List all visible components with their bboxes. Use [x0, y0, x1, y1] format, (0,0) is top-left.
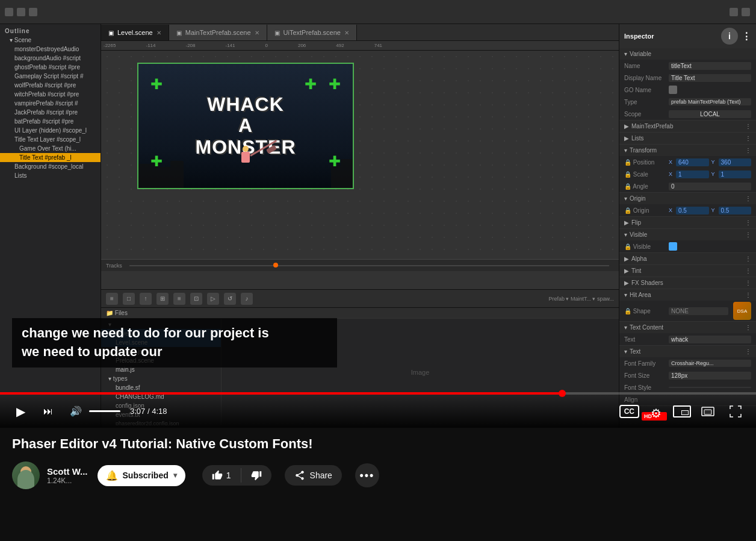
settings-area[interactable]: CC	[619, 405, 639, 418]
ide-ruler: -2265 -114 -208 -141 0 206 492 741	[101, 41, 619, 51]
scene-tool-9[interactable]: ♪	[241, 293, 253, 305]
maintext-prefab-label: MainTextPrefab	[631, 123, 673, 130]
like-button[interactable]: 1	[202, 465, 241, 486]
prop-value-pos-y[interactable]: 360	[719, 158, 751, 166]
prop-row-font-style: Font Style	[619, 381, 756, 393]
sidebar-item-scene: ▾ Scene	[0, 36, 101, 45]
prop-value-pos-x[interactable]: 640	[676, 158, 708, 166]
maintext-more[interactable]: ⋮	[745, 123, 751, 130]
video-player[interactable]: Outline ▾ Scene monsterDestroyedAudio ba…	[0, 0, 756, 428]
tab-level-label: Level.scene	[117, 29, 153, 36]
prop-label-go-name: GO Name	[624, 87, 666, 93]
theater-mode-button[interactable]	[697, 401, 719, 422]
scene-tool-6[interactable]: ⊡	[190, 293, 202, 305]
prop-value-angle[interactable]: 0	[669, 183, 751, 190]
dislike-button[interactable]	[241, 465, 271, 486]
sidebar-item-lists: Lists	[0, 171, 101, 180]
prop-value-name[interactable]: titleText	[669, 62, 751, 70]
origin-more[interactable]: ⋮	[745, 195, 751, 202]
like-dislike-group[interactable]: 1	[202, 465, 271, 486]
theater-icon	[701, 407, 714, 416]
channel-avatar[interactable]	[12, 461, 40, 489]
prop-group-textcontent: ▾Text Content⋮ Text whack	[619, 322, 756, 346]
fullscreen-button[interactable]	[725, 401, 746, 422]
subscribe-button[interactable]: 🔔 Subscribed ▾	[98, 465, 185, 486]
like-icon	[212, 470, 223, 481]
prop-value-font-size[interactable]: 128px	[669, 372, 751, 380]
prop-row-visible: 🔒 Visible	[619, 240, 756, 252]
lists-more[interactable]: ⋮	[745, 135, 751, 142]
volume-icon[interactable]: 🔊	[65, 401, 87, 422]
ide-tab-bar[interactable]: ▣ Level.scene ✕ ▣ MainTextPrefab.scene ✕…	[101, 24, 619, 41]
scene-tool-1[interactable]: ≡	[106, 293, 118, 305]
dislike-icon	[251, 470, 262, 481]
scene-tool-3[interactable]: ↑	[140, 293, 152, 305]
prop-go-name-checkbox[interactable]	[669, 86, 677, 94]
prop-value-type[interactable]: prefab MainTextPrefab (Text)	[669, 98, 751, 105]
pip-inner	[681, 410, 689, 415]
scene-tool-8[interactable]: ↺	[224, 293, 236, 305]
sidebar-item-title-text[interactable]: Title Text #prefab _l	[0, 153, 101, 162]
scene-tool-4[interactable]: ⊞	[156, 293, 169, 305]
prop-value-origin-x[interactable]: 0.5	[676, 207, 708, 214]
inspector-more-btn[interactable]: ⋮	[742, 31, 751, 42]
prop-group-fx: ▶FX Shaders⋮	[619, 277, 756, 289]
ide-scene-viewport[interactable]: ✚ ✚ ✚ ✚ ✚ WHACKAMONSTER	[101, 51, 619, 289]
info-section: Phaser Editor v4 Tutorial: Native Custom…	[0, 428, 756, 541]
prop-value-shape[interactable]: NONE	[669, 307, 728, 315]
volume-bar[interactable]	[89, 410, 120, 412]
prop-value-display-name[interactable]: Title Text	[669, 74, 751, 82]
video-controls-bar: ▶ ⏭ 🔊 3:07 / 4:18 CC ⚙ HD	[0, 395, 756, 428]
avatar-body	[17, 470, 34, 489]
ide-inspector-panel: Inspector i ⋮ ▾ Variable Name titleText	[619, 24, 756, 428]
prop-group-tint: ▶Tint⋮	[619, 265, 756, 277]
prop-value-scale-x[interactable]: 1	[676, 170, 708, 178]
inspector-info-btn[interactable]: i	[721, 28, 738, 45]
prop-value-scope[interactable]: LOCAL	[669, 110, 751, 118]
prop-row-shape: 🔒 Shape NONE DSA	[619, 301, 756, 321]
tab-uitext-close[interactable]: ✕	[344, 30, 349, 36]
more-options-button[interactable]: •••	[355, 463, 379, 487]
tab-level-close[interactable]: ✕	[156, 30, 161, 36]
prop-visible-checkbox[interactable]	[669, 242, 677, 251]
prop-value-font-style[interactable]	[669, 387, 751, 388]
channel-name[interactable]: Scott W...	[47, 466, 88, 477]
prop-label-type: Type	[624, 99, 666, 105]
prop-label-position: 🔒 Position	[624, 159, 666, 166]
prop-group-variable: ▾ Variable Name titleText Display Name T…	[619, 48, 756, 120]
ide-scene-toolbar[interactable]: ≡ □ ↑ ⊞ ≡ ⊡ ▷ ↺ ♪ Prefab ▾ MaintT... ▾ s…	[101, 289, 619, 307]
pip-button[interactable]	[673, 405, 691, 417]
files-types-folder[interactable]: ▾ types	[101, 374, 221, 383]
ide-icon-5	[742, 8, 750, 16]
prop-row-name: Name titleText	[619, 60, 756, 72]
scene-tool-7[interactable]: ▷	[207, 293, 219, 305]
sidebar-title: Outline	[0, 27, 101, 36]
subscribe-chevron-icon: ▾	[173, 471, 177, 480]
next-button[interactable]: ⏭	[37, 401, 59, 422]
scene-tool-2[interactable]: □	[123, 293, 135, 305]
play-button[interactable]: ▶	[10, 401, 31, 422]
sidebar-item-title-text-layer: Title Text Layer #scope_l	[0, 135, 101, 144]
prop-group-lists-title: ▶ Lists ⋮	[619, 133, 756, 144]
prop-value-scale-y[interactable]: 1	[719, 170, 751, 178]
scene-tool-5[interactable]: ≡	[173, 293, 185, 305]
sidebar-item-jack: JackPrefab #script #pre	[0, 108, 101, 117]
prop-group-transform: ▾ Transform ⋮ 🔒 Position X 640 Y 360 🔒 S…	[619, 145, 756, 193]
prop-flip-title: ▶Flip⋮	[619, 217, 756, 228]
tab-level-scene[interactable]: ▣ Level.scene ✕	[101, 25, 169, 40]
tab-maintext-close[interactable]: ✕	[255, 30, 259, 36]
prop-value-font-family[interactable]: Crosshair-Regu...	[669, 360, 751, 367]
prop-value-origin-y[interactable]: 0.5	[719, 207, 751, 214]
volume-control[interactable]: 🔊	[65, 401, 120, 422]
transform-more[interactable]: ⋮	[745, 147, 751, 154]
prop-group-alpha: ▶Alpha⋮	[619, 253, 756, 265]
prop-value-text[interactable]: whack	[669, 336, 751, 343]
tab-maintext-scene[interactable]: ▣ MainTextPrefab.scene ✕	[169, 25, 267, 40]
prop-label-shape: 🔒 Shape	[624, 308, 666, 314]
prop-row-scope: Scope LOCAL	[619, 108, 756, 120]
cc-button[interactable]: CC	[619, 405, 639, 418]
tab-uitext-scene[interactable]: ▣ UiTextPrefab.scene ✕	[267, 25, 357, 40]
file-bundle[interactable]: bundle.sf	[101, 383, 221, 392]
settings-btn-wrapper[interactable]: ⚙ HD	[645, 402, 667, 421]
share-button[interactable]: Share	[285, 465, 342, 486]
